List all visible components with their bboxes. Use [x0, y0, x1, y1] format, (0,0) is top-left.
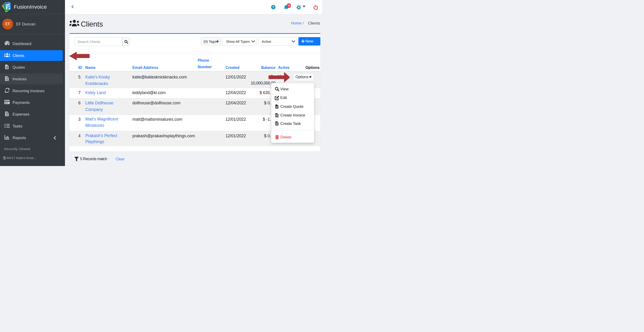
svg-text:$: $ [6, 113, 8, 116]
svg-text:?: ? [272, 5, 274, 9]
